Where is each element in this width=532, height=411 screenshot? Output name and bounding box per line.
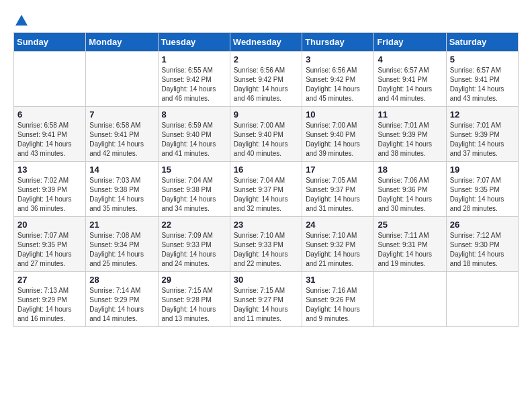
calendar-cell: 18Sunrise: 7:06 AM Sunset: 9:36 PM Dayli… — [374, 162, 446, 217]
day-number: 21 — [89, 220, 154, 230]
calendar-cell: 13Sunrise: 7:02 AM Sunset: 9:39 PM Dayli… — [14, 162, 86, 217]
day-number: 16 — [234, 165, 298, 175]
logo-icon — [14, 13, 29, 28]
day-info: Sunrise: 6:58 AM Sunset: 9:41 PM Dayligh… — [89, 121, 154, 158]
calendar-cell: 14Sunrise: 7:03 AM Sunset: 9:38 PM Dayli… — [86, 162, 158, 217]
day-number: 15 — [162, 165, 226, 175]
calendar-cell: 24Sunrise: 7:10 AM Sunset: 9:32 PM Dayli… — [302, 217, 374, 272]
calendar-cell: 23Sunrise: 7:10 AM Sunset: 9:33 PM Dayli… — [230, 217, 302, 272]
calendar-header-row: SundayMondayTuesdayWednesdayThursdayFrid… — [14, 33, 519, 52]
day-info: Sunrise: 7:07 AM Sunset: 9:35 PM Dayligh… — [450, 176, 515, 214]
day-info: Sunrise: 7:05 AM Sunset: 9:37 PM Dayligh… — [306, 176, 370, 214]
day-info: Sunrise: 7:16 AM Sunset: 9:26 PM Dayligh… — [306, 286, 370, 324]
calendar-cell — [86, 52, 158, 107]
header-tuesday: Tuesday — [158, 33, 230, 52]
calendar-cell: 31Sunrise: 7:16 AM Sunset: 9:26 PM Dayli… — [302, 272, 374, 327]
day-info: Sunrise: 7:13 AM Sunset: 9:29 PM Dayligh… — [17, 286, 82, 324]
day-number: 3 — [306, 54, 370, 64]
svg-marker-0 — [15, 15, 28, 26]
header-wednesday: Wednesday — [230, 33, 302, 52]
header-sunday: Sunday — [14, 33, 86, 52]
calendar-cell — [446, 272, 518, 327]
calendar-cell: 28Sunrise: 7:14 AM Sunset: 9:29 PM Dayli… — [86, 272, 158, 327]
day-info: Sunrise: 6:55 AM Sunset: 9:42 PM Dayligh… — [162, 66, 226, 103]
day-info: Sunrise: 7:15 AM Sunset: 9:27 PM Dayligh… — [234, 286, 298, 324]
calendar-cell — [14, 52, 86, 107]
calendar-week-3: 13Sunrise: 7:02 AM Sunset: 9:39 PM Dayli… — [14, 162, 519, 217]
day-number: 28 — [89, 275, 154, 285]
calendar-cell: 22Sunrise: 7:09 AM Sunset: 9:33 PM Dayli… — [158, 217, 230, 272]
calendar-cell: 10Sunrise: 7:00 AM Sunset: 9:40 PM Dayli… — [302, 107, 374, 162]
calendar-cell: 25Sunrise: 7:11 AM Sunset: 9:31 PM Dayli… — [374, 217, 446, 272]
day-number: 4 — [378, 54, 442, 64]
day-number: 19 — [450, 165, 515, 175]
calendar-cell: 6Sunrise: 6:58 AM Sunset: 9:41 PM Daylig… — [14, 107, 86, 162]
calendar-cell: 11Sunrise: 7:01 AM Sunset: 9:39 PM Dayli… — [374, 107, 446, 162]
day-number: 29 — [162, 275, 226, 285]
day-info: Sunrise: 7:14 AM Sunset: 9:29 PM Dayligh… — [89, 286, 154, 324]
day-info: Sunrise: 7:03 AM Sunset: 9:38 PM Dayligh… — [89, 176, 154, 214]
day-info: Sunrise: 7:10 AM Sunset: 9:32 PM Dayligh… — [306, 231, 370, 269]
day-number: 20 — [17, 220, 82, 230]
calendar-cell: 15Sunrise: 7:04 AM Sunset: 9:38 PM Dayli… — [158, 162, 230, 217]
calendar-cell — [374, 272, 446, 327]
day-info: Sunrise: 7:02 AM Sunset: 9:39 PM Dayligh… — [17, 176, 82, 214]
header — [13, 13, 519, 26]
day-number: 7 — [89, 109, 154, 120]
day-number: 5 — [450, 54, 515, 64]
day-number: 31 — [306, 275, 370, 285]
header-saturday: Saturday — [446, 33, 518, 52]
header-thursday: Thursday — [302, 33, 374, 52]
calendar-cell: 9Sunrise: 7:00 AM Sunset: 9:40 PM Daylig… — [230, 107, 302, 162]
day-number: 8 — [162, 109, 226, 120]
day-number: 9 — [234, 109, 298, 120]
day-number: 13 — [17, 165, 82, 175]
calendar-week-5: 27Sunrise: 7:13 AM Sunset: 9:29 PM Dayli… — [14, 272, 519, 327]
calendar-cell: 7Sunrise: 6:58 AM Sunset: 9:41 PM Daylig… — [86, 107, 158, 162]
calendar-cell: 2Sunrise: 6:56 AM Sunset: 9:42 PM Daylig… — [230, 52, 302, 107]
day-number: 23 — [234, 220, 298, 230]
day-number: 12 — [450, 109, 515, 120]
calendar-cell: 27Sunrise: 7:13 AM Sunset: 9:29 PM Dayli… — [14, 272, 86, 327]
logo — [13, 13, 30, 26]
day-number: 22 — [162, 220, 226, 230]
day-info: Sunrise: 7:01 AM Sunset: 9:39 PM Dayligh… — [450, 121, 515, 158]
calendar-cell: 5Sunrise: 6:57 AM Sunset: 9:41 PM Daylig… — [446, 52, 518, 107]
day-number: 25 — [378, 220, 442, 230]
day-info: Sunrise: 7:10 AM Sunset: 9:33 PM Dayligh… — [234, 231, 298, 269]
day-info: Sunrise: 7:12 AM Sunset: 9:30 PM Dayligh… — [450, 231, 515, 269]
day-info: Sunrise: 7:11 AM Sunset: 9:31 PM Dayligh… — [378, 231, 442, 269]
day-info: Sunrise: 7:00 AM Sunset: 9:40 PM Dayligh… — [306, 121, 370, 158]
day-info: Sunrise: 7:08 AM Sunset: 9:34 PM Dayligh… — [89, 231, 154, 269]
calendar-week-4: 20Sunrise: 7:07 AM Sunset: 9:35 PM Dayli… — [14, 217, 519, 272]
day-number: 27 — [17, 275, 82, 285]
day-info: Sunrise: 7:04 AM Sunset: 9:38 PM Dayligh… — [162, 176, 226, 214]
calendar-cell: 3Sunrise: 6:56 AM Sunset: 9:42 PM Daylig… — [302, 52, 374, 107]
day-number: 14 — [89, 165, 154, 175]
day-info: Sunrise: 7:00 AM Sunset: 9:40 PM Dayligh… — [234, 121, 298, 158]
calendar-cell: 1Sunrise: 6:55 AM Sunset: 9:42 PM Daylig… — [158, 52, 230, 107]
calendar-cell: 26Sunrise: 7:12 AM Sunset: 9:30 PM Dayli… — [446, 217, 518, 272]
header-friday: Friday — [374, 33, 446, 52]
day-info: Sunrise: 7:04 AM Sunset: 9:37 PM Dayligh… — [234, 176, 298, 214]
calendar-cell: 8Sunrise: 6:59 AM Sunset: 9:40 PM Daylig… — [158, 107, 230, 162]
calendar-cell: 29Sunrise: 7:15 AM Sunset: 9:28 PM Dayli… — [158, 272, 230, 327]
calendar-cell: 12Sunrise: 7:01 AM Sunset: 9:39 PM Dayli… — [446, 107, 518, 162]
day-number: 26 — [450, 220, 515, 230]
day-number: 2 — [234, 54, 298, 64]
calendar-week-2: 6Sunrise: 6:58 AM Sunset: 9:41 PM Daylig… — [14, 107, 519, 162]
day-number: 24 — [306, 220, 370, 230]
day-info: Sunrise: 7:07 AM Sunset: 9:35 PM Dayligh… — [17, 231, 82, 269]
day-info: Sunrise: 6:56 AM Sunset: 9:42 PM Dayligh… — [306, 66, 370, 103]
day-number: 18 — [378, 165, 442, 175]
calendar-cell: 21Sunrise: 7:08 AM Sunset: 9:34 PM Dayli… — [86, 217, 158, 272]
calendar-cell: 4Sunrise: 6:57 AM Sunset: 9:41 PM Daylig… — [374, 52, 446, 107]
day-number: 17 — [306, 165, 370, 175]
calendar-cell: 19Sunrise: 7:07 AM Sunset: 9:35 PM Dayli… — [446, 162, 518, 217]
calendar-cell: 20Sunrise: 7:07 AM Sunset: 9:35 PM Dayli… — [14, 217, 86, 272]
day-info: Sunrise: 6:59 AM Sunset: 9:40 PM Dayligh… — [162, 121, 226, 158]
calendar-cell: 17Sunrise: 7:05 AM Sunset: 9:37 PM Dayli… — [302, 162, 374, 217]
day-info: Sunrise: 6:56 AM Sunset: 9:42 PM Dayligh… — [234, 66, 298, 103]
calendar-cell: 16Sunrise: 7:04 AM Sunset: 9:37 PM Dayli… — [230, 162, 302, 217]
day-info: Sunrise: 7:06 AM Sunset: 9:36 PM Dayligh… — [378, 176, 442, 214]
